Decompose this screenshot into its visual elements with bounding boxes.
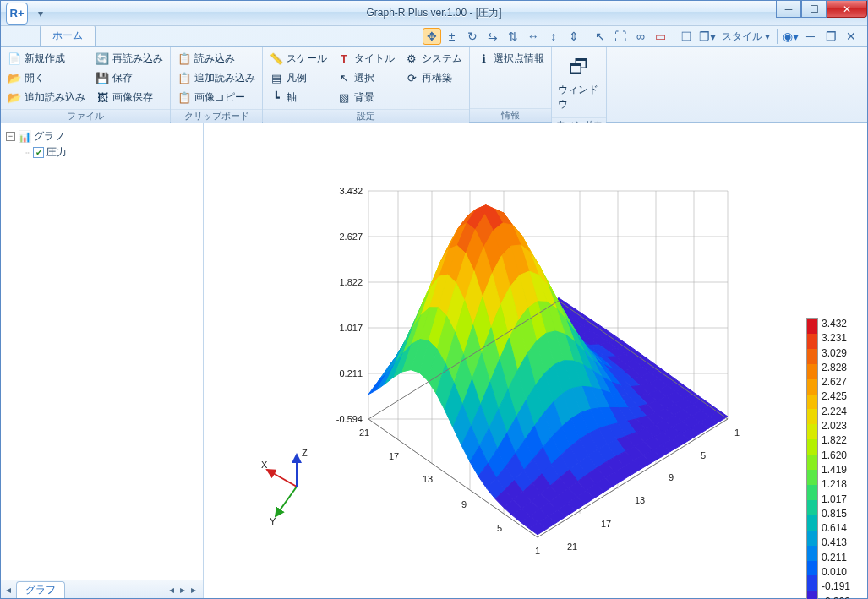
pan-y-icon[interactable]: ⇅ — [504, 28, 522, 45]
group-clipboard: 📋読み込み 📋追加読み込み 📋画像コピー クリップボード — [171, 47, 263, 122]
help-icon[interactable]: ◉▾ — [781, 28, 800, 45]
colorbar: 3.4323.2313.0292.8282.6272.4252.2242.023… — [806, 318, 850, 599]
rotate-cw-icon[interactable]: ↻ — [463, 28, 482, 45]
x-tick: 17 — [389, 451, 399, 461]
clipboard-image-icon: 📋 — [177, 91, 191, 105]
maximize-button[interactable]: ☐ — [801, 1, 827, 18]
nav-first-icon[interactable]: ◂ — [167, 584, 176, 596]
tree: − 📊 グラフ ┈ ✔ 圧力 — [1, 123, 203, 580]
cursor-sel-icon: ↖ — [337, 72, 351, 85]
save-icon: 💾 — [96, 72, 109, 85]
group-info: ℹ選択点情報 情報 — [470, 47, 552, 122]
mdi-restore-icon[interactable]: ❐ — [822, 28, 840, 45]
x-tick: 1 — [535, 546, 540, 556]
tree-root-label: グラフ — [34, 129, 64, 144]
scale-z-icon[interactable]: ⇕ — [565, 28, 583, 45]
mdi-close-icon[interactable]: ✕ — [842, 28, 860, 45]
tree-root-row[interactable]: − 📊 グラフ — [6, 128, 198, 144]
sidebar: − 📊 グラフ ┈ ✔ 圧力 ◂ グラフ ◂ ▸ ▸ — [1, 123, 204, 598]
side-tab-graph[interactable]: グラフ — [16, 581, 65, 598]
save-image-button[interactable]: 🖼画像保存 — [90, 88, 168, 107]
z-tick: 3.432 — [339, 186, 363, 196]
nav-next-icon[interactable]: ▸ — [178, 584, 187, 596]
z-tick: -0.594 — [336, 414, 363, 424]
legend-icon: ▤ — [270, 72, 283, 85]
compass-y: Y — [270, 516, 276, 526]
text-icon: T — [337, 52, 351, 66]
system-button[interactable]: ⚙システム — [400, 49, 467, 68]
select-rect-icon[interactable]: ▭ — [652, 28, 670, 45]
y-tick: 21 — [567, 542, 577, 552]
minimize-button[interactable]: ─ — [776, 1, 801, 18]
x-tick: 5 — [497, 523, 502, 533]
gear-icon: ⚙ — [405, 52, 418, 66]
axis-button[interactable]: ┗軸 — [265, 88, 332, 107]
app-window: R+ ▾ Graph-R Plus ver.1.00 - [圧力] ─ ☐ ✕ … — [0, 0, 868, 599]
clip-load-button[interactable]: 📋読み込み — [172, 49, 260, 68]
checkbox-icon[interactable]: ✔ — [33, 147, 44, 158]
y-tick: 1 — [734, 427, 740, 438]
group-window: 🗗 ウィンドウ ウィンドウ — [552, 47, 607, 122]
group-settings: 📏スケール ▤凡例 ┗軸 Tタイトル ↖選択 ▧背景 ⚙システム ⟳再構築 設定 — [263, 47, 470, 122]
legend-button[interactable]: ▤凡例 — [265, 68, 332, 88]
y-tick: 5 — [701, 450, 706, 460]
expander-icon[interactable]: − — [6, 132, 15, 141]
axis-compass: X Y Z — [246, 444, 330, 529]
clipboard-load-icon: 📋 — [177, 52, 191, 66]
svg-line-13 — [267, 470, 297, 487]
x-tick: 21 — [359, 427, 369, 438]
title-button[interactable]: Tタイトル — [332, 49, 400, 68]
scale-x-icon[interactable]: ↔ — [524, 28, 543, 45]
clip-append-button[interactable]: 📋追加読み込み — [172, 68, 260, 88]
select-button[interactable]: ↖選択 — [332, 68, 400, 88]
window-title: Graph-R Plus ver.1.00 - [圧力] — [366, 6, 501, 20]
tab-nav-prev-icon[interactable]: ◂ — [6, 584, 11, 596]
scale-button[interactable]: 📏スケール — [265, 49, 332, 68]
move-tool-icon[interactable]: ✥ — [423, 28, 441, 45]
reload-button[interactable]: 🔄再読み込み — [90, 49, 168, 68]
link-icon[interactable]: ∞ — [631, 28, 650, 45]
tree-item-row[interactable]: ┈ ✔ 圧力 — [6, 144, 198, 161]
chart-canvas[interactable]: 3.432 2.627 1.822 1.017 0.211 -0.594 21 … — [204, 123, 867, 598]
clip-copy-image-button[interactable]: 📋画像コピー — [172, 88, 260, 107]
open-button[interactable]: 📂開く — [3, 68, 90, 88]
nav-last-icon[interactable]: ▸ — [189, 584, 198, 596]
app-icon[interactable]: R+ — [6, 3, 28, 25]
svg-line-14 — [276, 487, 297, 516]
reload-icon: 🔄 — [96, 52, 109, 66]
pan-x-icon[interactable]: ⇆ — [483, 28, 502, 45]
x-tick: 9 — [461, 499, 467, 509]
mdi-minimize-icon[interactable]: ─ — [801, 28, 820, 45]
quick-toolbar: ✥ ± ↻ ⇆ ⇅ ↔ ↕ ⇕ ↖ ⛶ ∞ ▭ ❏ ❐▾ スタイル ▾ ◉▾ ─… — [421, 26, 862, 46]
style-menu[interactable]: スタイル ▾ — [718, 30, 773, 44]
scale-y-icon[interactable]: ↕ — [544, 28, 563, 45]
z-tick: 2.627 — [339, 231, 363, 242]
side-tabstrip: ◂ グラフ ◂ ▸ ▸ — [1, 580, 203, 598]
window-button[interactable]: 🗗 ウィンドウ — [554, 49, 604, 116]
qat-dropdown-icon[interactable]: ▾ — [38, 8, 43, 19]
y-tick: 13 — [635, 495, 645, 505]
chart-folder-icon: 📊 — [18, 130, 31, 144]
group-file-label: ファイル — [1, 109, 170, 123]
folder-plus-icon: 📂 — [8, 91, 21, 105]
cursor-icon[interactable]: ↖ — [591, 28, 609, 45]
rebuild-button[interactable]: ⟳再構築 — [400, 68, 467, 88]
cube-dd-icon[interactable]: ❐▾ — [698, 28, 717, 45]
append-button[interactable]: 📂追加読み込み — [3, 88, 90, 107]
axis-icon: ┗ — [270, 91, 283, 105]
zoom-plus-icon[interactable]: ± — [443, 28, 461, 45]
tab-home[interactable]: ホーム — [40, 25, 96, 46]
group-clipboard-label: クリップボード — [171, 109, 262, 123]
close-button[interactable]: ✕ — [827, 1, 867, 18]
new-button[interactable]: 📄新規作成 — [3, 49, 90, 68]
windows-icon: 🗗 — [565, 53, 592, 80]
fit-icon[interactable]: ⛶ — [611, 28, 630, 45]
workspace: − 📊 グラフ ┈ ✔ 圧力 ◂ グラフ ◂ ▸ ▸ — [1, 123, 867, 598]
save-button[interactable]: 💾保存 — [90, 68, 168, 88]
group-file: 📄新規作成 📂開く 📂追加読み込み 🔄再読み込み 💾保存 🖼画像保存 ファイル — [1, 47, 171, 122]
selpoint-button[interactable]: ℹ選択点情報 — [472, 49, 549, 68]
cube-icon[interactable]: ❏ — [678, 28, 696, 45]
info-point-icon: ℹ — [477, 52, 490, 66]
background-button[interactable]: ▧背景 — [332, 88, 400, 107]
bg-icon: ▧ — [337, 91, 351, 105]
